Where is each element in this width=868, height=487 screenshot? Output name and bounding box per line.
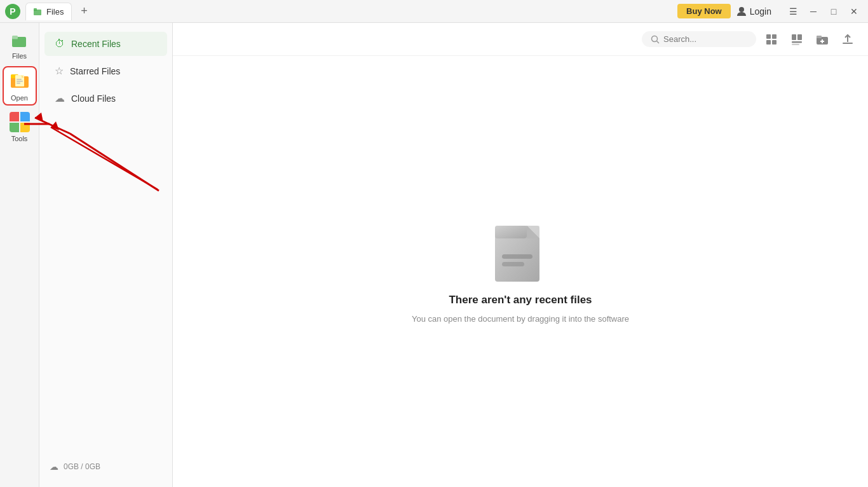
svg-rect-2 bbox=[34, 8, 37, 10]
close-button[interactable]: ✕ bbox=[845, 3, 863, 20]
svg-line-15 bbox=[657, 41, 660, 43]
open-nav-icon bbox=[9, 70, 31, 92]
tab-files[interactable]: Files bbox=[25, 3, 72, 20]
thumbnail-icon bbox=[790, 33, 803, 46]
content-toolbar bbox=[173, 23, 868, 56]
svg-rect-23 bbox=[792, 44, 799, 45]
app-logo: P bbox=[5, 4, 20, 19]
starred-files-icon: ☆ bbox=[55, 65, 64, 77]
svg-rect-28 bbox=[843, 43, 853, 44]
svg-rect-21 bbox=[797, 34, 802, 40]
empty-state-illustration bbox=[492, 219, 549, 286]
document-icon bbox=[492, 219, 549, 286]
buy-now-button[interactable]: Buy Now bbox=[677, 4, 731, 18]
user-icon bbox=[736, 6, 747, 17]
empty-state-title: There aren't any recent files bbox=[449, 294, 592, 306]
menu-button[interactable]: ☰ bbox=[784, 3, 802, 20]
svg-rect-22 bbox=[792, 41, 802, 43]
window-controls: ☰ ─ □ ✕ bbox=[784, 3, 863, 20]
minimize-button[interactable]: ─ bbox=[804, 3, 822, 20]
starred-files-item[interactable]: ☆ Starred Files bbox=[44, 58, 167, 83]
sidebar: ⏱ Recent Files ☆ Starred Files ☁ Cloud F… bbox=[39, 23, 173, 487]
svg-rect-11 bbox=[17, 79, 22, 80]
files-nav-label: Files bbox=[12, 52, 27, 60]
sidebar-item-open[interactable]: Open bbox=[3, 66, 37, 106]
svg-rect-31 bbox=[495, 226, 527, 238]
svg-rect-18 bbox=[766, 40, 771, 45]
storage-info: ☁ 0GB / 0GB bbox=[39, 454, 172, 479]
svg-rect-16 bbox=[766, 34, 771, 39]
svg-rect-13 bbox=[17, 83, 20, 84]
tab-files-label: Files bbox=[46, 7, 64, 17]
svg-rect-17 bbox=[772, 34, 776, 39]
upload-icon bbox=[841, 33, 854, 46]
grid-view-icon bbox=[765, 33, 778, 46]
svg-rect-20 bbox=[792, 34, 796, 40]
new-folder-icon bbox=[816, 33, 829, 46]
content-area: There aren't any recent files You can op… bbox=[173, 23, 868, 487]
starred-files-label: Starred Files bbox=[70, 66, 120, 76]
tools-nav-icon bbox=[10, 112, 30, 132]
empty-state: There aren't any recent files You can op… bbox=[173, 56, 868, 487]
main-layout: Files Open bbox=[0, 23, 868, 487]
login-label: Login bbox=[750, 6, 771, 17]
cloud-files-label: Cloud Files bbox=[71, 93, 116, 104]
recent-files-icon: ⏱ bbox=[55, 38, 65, 50]
recent-files-item[interactable]: ⏱ Recent Files bbox=[44, 32, 167, 56]
svg-rect-25 bbox=[817, 36, 822, 38]
upload-button[interactable] bbox=[837, 29, 858, 50]
search-box[interactable] bbox=[642, 31, 756, 47]
icon-bar: Files Open bbox=[0, 23, 39, 487]
titlebar: P Files + Buy Now Login ☰ ─ □ ✕ bbox=[0, 0, 868, 23]
storage-label: 0GB / 0GB bbox=[64, 462, 100, 471]
login-button[interactable]: Login bbox=[736, 6, 771, 17]
svg-rect-19 bbox=[772, 40, 776, 45]
maximize-button[interactable]: □ bbox=[825, 3, 843, 20]
open-nav-label: Open bbox=[11, 94, 28, 102]
svg-rect-12 bbox=[17, 81, 23, 82]
svg-rect-35 bbox=[502, 254, 532, 259]
sidebar-item-files[interactable]: Files bbox=[3, 28, 37, 64]
add-tab-button[interactable]: + bbox=[77, 4, 91, 18]
files-nav-icon bbox=[11, 32, 29, 50]
thumbnail-button[interactable] bbox=[787, 29, 807, 50]
storage-icon: ☁ bbox=[50, 462, 58, 472]
search-input[interactable] bbox=[663, 34, 746, 44]
titlebar-left: P Files + bbox=[5, 3, 91, 20]
grid-view-button[interactable] bbox=[761, 29, 782, 50]
svg-point-14 bbox=[652, 36, 658, 41]
search-icon bbox=[651, 35, 660, 44]
recent-files-label: Recent Files bbox=[71, 39, 121, 49]
cloud-files-item[interactable]: ☁ Cloud Files bbox=[44, 86, 167, 111]
sidebar-item-tools[interactable]: Tools bbox=[3, 108, 37, 146]
tab-files-icon bbox=[34, 7, 43, 16]
new-folder-button[interactable] bbox=[812, 29, 832, 50]
svg-rect-36 bbox=[502, 262, 524, 266]
empty-state-subtitle: You can open the document by dragging it… bbox=[412, 314, 629, 324]
cloud-files-icon: ☁ bbox=[55, 92, 65, 104]
svg-point-3 bbox=[739, 7, 744, 12]
svg-rect-6 bbox=[12, 36, 18, 39]
titlebar-right: Buy Now Login ☰ ─ □ ✕ bbox=[677, 3, 863, 20]
tools-nav-label: Tools bbox=[11, 135, 28, 142]
